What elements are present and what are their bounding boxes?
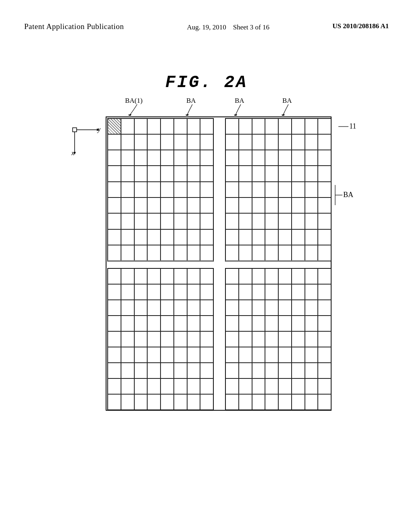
grid-cell xyxy=(147,363,161,378)
grid-cell xyxy=(305,363,318,378)
grid-cell xyxy=(318,300,331,316)
grid-cell xyxy=(187,118,200,134)
grid-cell xyxy=(187,213,200,229)
grid-cell xyxy=(225,229,239,245)
grid-cell xyxy=(265,378,278,394)
grid-cell xyxy=(108,134,121,150)
block-bottom-left xyxy=(107,268,214,411)
grid-cell xyxy=(265,245,278,261)
grid-cell xyxy=(134,166,148,181)
grid-cell xyxy=(174,394,187,410)
grid-cell xyxy=(200,197,213,213)
grid-cell xyxy=(147,166,161,181)
tr-cell-grid xyxy=(225,118,332,262)
grid-cell xyxy=(108,284,121,300)
grid-cell xyxy=(187,378,200,394)
grid-cell xyxy=(187,166,200,181)
grid-cell xyxy=(200,245,213,261)
coordinate-system: y x xyxy=(69,125,102,157)
grid-cell xyxy=(174,118,187,134)
grid-cell xyxy=(174,213,187,229)
grid-cell xyxy=(174,268,187,284)
grid-cell xyxy=(187,150,200,166)
grid-cell xyxy=(252,166,265,181)
grid-cell xyxy=(239,229,252,245)
svg-text:11: 11 xyxy=(349,122,356,130)
grid-cell xyxy=(147,245,161,261)
grid-cell xyxy=(147,316,161,331)
grid-cell xyxy=(174,347,187,363)
grid-cell xyxy=(278,150,292,166)
grid-cell xyxy=(318,347,331,363)
grid-cell xyxy=(265,118,278,134)
grid-cell xyxy=(252,394,265,410)
grid-cell xyxy=(239,347,252,363)
grid-cell xyxy=(161,394,174,410)
grid-cell xyxy=(305,166,318,181)
grid-cell xyxy=(252,197,265,213)
grid-cell xyxy=(134,363,148,378)
grid-cell xyxy=(278,378,292,394)
label-ba-right-area: BA xyxy=(334,183,361,209)
grid-cell xyxy=(161,150,174,166)
grid-cell xyxy=(278,394,292,410)
grid-cell xyxy=(239,316,252,331)
grid-cell xyxy=(318,268,331,284)
grid-cell xyxy=(239,363,252,378)
grid-cell xyxy=(147,150,161,166)
grid-cell xyxy=(292,150,305,166)
grid-cell xyxy=(225,150,239,166)
grid-cell xyxy=(318,182,331,197)
grid-cell xyxy=(225,300,239,316)
grid-cell xyxy=(305,284,318,300)
grid-cell xyxy=(108,245,121,261)
grid-cell xyxy=(292,197,305,213)
sheet-info: Sheet 3 of 16 xyxy=(233,23,269,31)
grid-cell xyxy=(278,118,292,134)
grid-cell xyxy=(187,268,200,284)
grid-cell xyxy=(200,213,213,229)
grid-cell xyxy=(318,316,331,331)
grid-cell xyxy=(239,182,252,197)
grid-cell xyxy=(305,347,318,363)
grid-cell xyxy=(147,300,161,316)
grid-cell xyxy=(108,268,121,284)
grid-cell xyxy=(278,284,292,300)
grid-cell xyxy=(108,347,121,363)
grid-cell xyxy=(318,331,331,347)
svg-text:y: y xyxy=(97,126,101,133)
grid-cell xyxy=(200,134,213,150)
grid-cell xyxy=(134,229,148,245)
grid-cell xyxy=(121,197,134,213)
grid-cell xyxy=(174,182,187,197)
grid-cell xyxy=(147,268,161,284)
grid-cell xyxy=(239,331,252,347)
grid-cell xyxy=(225,347,239,363)
figure-title: FIG. 2A xyxy=(0,73,413,92)
grid-cell xyxy=(292,229,305,245)
grid-cell xyxy=(134,213,148,229)
grid-cell xyxy=(147,378,161,394)
page-header: Patent Application Publication Aug. 19, … xyxy=(0,0,413,33)
label-11-area: 11 xyxy=(336,114,361,140)
grid-cell xyxy=(200,284,213,300)
grid-cell xyxy=(292,118,305,134)
grid-cell xyxy=(187,316,200,331)
grid-cell xyxy=(134,316,148,331)
grid-cell xyxy=(108,378,121,394)
grid-cell xyxy=(108,363,121,378)
grid-cell xyxy=(174,150,187,166)
grid-cell xyxy=(121,150,134,166)
grid-cell xyxy=(278,166,292,181)
grid-cell xyxy=(292,213,305,229)
grid-cell xyxy=(239,300,252,316)
grid-cell xyxy=(225,394,239,410)
grid-cell xyxy=(278,229,292,245)
grid-cell xyxy=(265,363,278,378)
grid-cell xyxy=(305,229,318,245)
grid-cell xyxy=(318,197,331,213)
grid-cell xyxy=(147,331,161,347)
grid-cell xyxy=(200,229,213,245)
grid-cell xyxy=(252,268,265,284)
grid-cell xyxy=(305,316,318,331)
